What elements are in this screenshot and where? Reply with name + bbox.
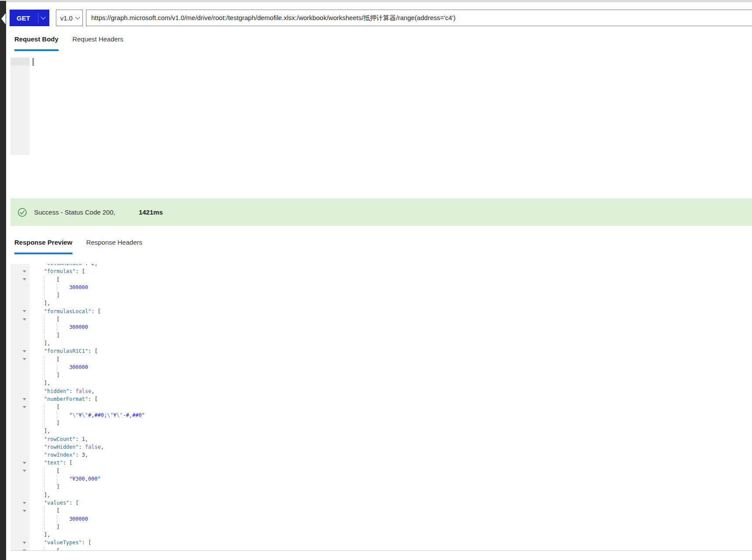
code-line: [ [10, 467, 752, 475]
code-text: ], [30, 531, 752, 539]
api-version-label: v1.0 [56, 14, 75, 22]
code-line: ] [10, 523, 752, 531]
window-top-edge [0, 0, 752, 2]
code-text: [ [30, 467, 752, 475]
gutter-cell [10, 427, 30, 435]
code-text: ] [30, 419, 752, 427]
code-text: "¥300,000" [30, 475, 752, 483]
code-text: 300000 [30, 323, 752, 331]
code-text: "hidden": false, [30, 387, 752, 395]
fold-collapse-icon[interactable] [23, 406, 26, 408]
code-line: "text": [ [10, 459, 752, 467]
gutter-cell [10, 411, 30, 419]
code-line: "rowHidden": false, [10, 443, 752, 451]
code-line: 300000 [10, 283, 752, 291]
fold-collapse-icon[interactable] [23, 350, 26, 352]
fold-collapse-icon[interactable] [23, 542, 26, 544]
code-text: "numberFormat": [ [30, 395, 752, 403]
code-line: ], [10, 379, 752, 387]
gutter-cell [10, 523, 30, 531]
http-method-select[interactable]: GET [10, 10, 49, 26]
gutter-cell [10, 435, 30, 443]
code-text: [ [30, 315, 752, 323]
fold-collapse-icon[interactable] [23, 358, 26, 360]
tab-request-headers[interactable]: Request Headers [72, 35, 124, 51]
response-tabs: Response Preview Response Headers [14, 238, 156, 254]
code-text: "formulas": [ [30, 267, 752, 275]
code-text: ] [30, 483, 752, 491]
code-text: "rowHidden": false, [30, 443, 752, 451]
request-body-editor[interactable] [10, 58, 752, 155]
fold-collapse-icon[interactable] [23, 318, 26, 321]
gutter-cell [10, 403, 30, 411]
gutter-cell [10, 483, 30, 491]
tab-request-body[interactable]: Request Body [14, 35, 58, 51]
active-line-gutter-highlight [10, 58, 30, 65]
code-line: "formulasR1C1": [ [10, 347, 752, 355]
gutter-cell [10, 507, 30, 515]
gutter-cell [10, 283, 30, 291]
gutter-cell [10, 395, 30, 403]
code-line: 300000 [10, 515, 752, 523]
chevron-down-icon [75, 14, 80, 19]
gutter-cell [10, 299, 30, 307]
fold-collapse-icon[interactable] [23, 470, 26, 472]
gutter-cell [10, 531, 30, 539]
code-line: ], [10, 339, 752, 347]
editor-bottom-divider [10, 550, 752, 551]
gutter-cell [10, 331, 30, 339]
code-text: ] [30, 291, 752, 299]
code-text: [ [30, 276, 752, 283]
gutter-cell [10, 515, 30, 523]
gutter-cell [10, 539, 30, 546]
code-line: "hidden": false, [10, 387, 752, 395]
gutter-cell [10, 267, 30, 275]
api-version-select[interactable]: v1.0 [56, 10, 83, 26]
fold-collapse-icon[interactable] [23, 462, 26, 464]
code-line: ], [10, 299, 752, 307]
gutter-cell [10, 491, 30, 499]
gutter-cell [10, 547, 30, 550]
fold-collapse-icon[interactable] [23, 510, 26, 512]
gutter-cell [10, 347, 30, 355]
fold-collapse-icon[interactable] [23, 310, 26, 312]
gutter-cell [10, 475, 30, 483]
gutter-cell [10, 443, 30, 451]
gutter-cell [10, 467, 30, 475]
gutter-cell [10, 291, 30, 299]
code-text: "formulasR1C1": [ [30, 347, 752, 355]
gutter-cell [10, 459, 30, 467]
fold-collapse-icon[interactable] [23, 278, 26, 280]
code-text: ], [30, 427, 752, 435]
code-text: [ [30, 547, 752, 550]
fold-collapse-icon[interactable] [23, 502, 26, 504]
code-line: ], [10, 427, 752, 435]
code-text: ], [30, 339, 752, 347]
status-message: Success - Status Code 200, [34, 208, 115, 216]
code-text: "formulasLocal": [ [30, 307, 752, 315]
code-text: 300000 [30, 363, 752, 371]
gutter-cell [10, 379, 30, 387]
code-line: 300000 [10, 363, 752, 371]
response-preview-editor[interactable]: "columnIndex": 2,"formulas": [[300000]],… [10, 264, 752, 550]
tab-response-preview[interactable]: Response Preview [14, 238, 72, 254]
fold-collapse-icon[interactable] [23, 270, 26, 273]
sidebar-collapse-rail[interactable] [0, 1, 6, 560]
code-line: "formulas": [ [10, 267, 752, 275]
code-line: [ [10, 547, 752, 550]
tab-response-headers[interactable]: Response Headers [86, 238, 142, 254]
http-method-label: GET [10, 14, 38, 22]
code-line: "formulasLocal": [ [10, 307, 752, 315]
code-line: "rowCount": 1, [10, 435, 752, 443]
gutter-cell [10, 307, 30, 315]
code-line: ] [10, 371, 752, 379]
gutter-cell [10, 387, 30, 395]
code-line: [ [10, 315, 752, 323]
text-cursor [32, 58, 34, 66]
fold-collapse-icon[interactable] [23, 398, 26, 400]
code-text: ] [30, 523, 752, 531]
code-line: "rowIndex": 3, [10, 451, 752, 459]
code-text: ] [30, 331, 752, 339]
code-text: [ [30, 403, 752, 411]
request-url-input[interactable] [86, 10, 752, 26]
